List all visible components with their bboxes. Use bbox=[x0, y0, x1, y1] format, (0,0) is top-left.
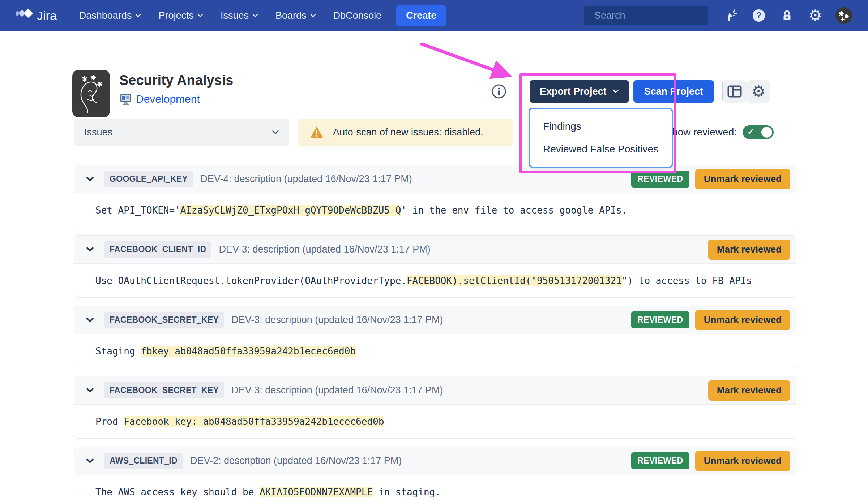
finding-snippet: Prod Facebook key: ab048ad50ffa33959a242… bbox=[74, 405, 796, 438]
nav-label: Dashboards bbox=[79, 10, 132, 21]
finding-title: DEV-3: description (updated 16/Nov/23 1:… bbox=[219, 244, 430, 255]
gear-icon: ⚙ bbox=[751, 83, 765, 99]
board-layout-icon bbox=[727, 85, 742, 98]
nav-label: Projects bbox=[158, 10, 194, 21]
nav-label: Issues bbox=[221, 10, 249, 21]
megaphone-icon[interactable] bbox=[723, 8, 739, 23]
nav-dashboards[interactable]: Dashboards bbox=[79, 10, 141, 21]
snippet-text: ") to access to FB APIs bbox=[622, 275, 752, 286]
global-search[interactable] bbox=[584, 6, 708, 25]
finding-card-header: GOOGLE_API_KEY DEV-4: description (updat… bbox=[74, 165, 796, 193]
chevron-down-icon[interactable] bbox=[86, 177, 94, 182]
snippet-text: in staging. bbox=[373, 487, 441, 497]
finding-title: DEV-3: description (updated 16/Nov/23 1:… bbox=[231, 314, 443, 326]
chevron-down-icon bbox=[272, 130, 279, 135]
chevron-down-icon[interactable] bbox=[86, 247, 94, 252]
findings-list: GOOGLE_API_KEY DEV-4: description (updat… bbox=[74, 165, 796, 500]
export-dropdown-menu: Findings Reviewed False Positives bbox=[529, 108, 673, 168]
finding-snippet: Set API_TOKEN='AIzaSyCLWjZ0_ETxgPOxH-gQY… bbox=[74, 193, 796, 227]
show-reviewed-label: Show reviewed: bbox=[665, 126, 737, 138]
jira-logo-icon bbox=[16, 7, 33, 24]
finding-type-pill: AWS_CLIENT_ID bbox=[104, 453, 183, 469]
settings-button[interactable]: ⚙ bbox=[747, 80, 770, 103]
finding-type-pill: FACEBOOK_SECRET_KEY bbox=[104, 382, 224, 398]
finding-snippet: Staging fbkey ab048ad50ffa33959a242b1ece… bbox=[74, 334, 796, 368]
review-toggle-button[interactable]: Mark reviewed bbox=[708, 240, 790, 260]
nav-issues[interactable]: Issues bbox=[221, 10, 258, 21]
user-avatar[interactable] bbox=[835, 7, 852, 24]
chevron-down-icon bbox=[252, 14, 258, 18]
snippet-text: Set API_TOKEN=' bbox=[95, 205, 180, 216]
finding-card: FACEBOOK_CLIENT_ID DEV-3: description (u… bbox=[74, 235, 796, 298]
nav-boards[interactable]: Boards bbox=[275, 10, 316, 21]
issues-select[interactable]: Issues bbox=[74, 119, 289, 146]
jira-security-analysis-page: { "navbar": { "logo": "Jira", "items": [… bbox=[0, 0, 868, 500]
project-avatar bbox=[72, 70, 110, 117]
chevron-down-icon[interactable] bbox=[86, 388, 94, 393]
chevron-down-icon[interactable] bbox=[86, 458, 94, 464]
finding-card-header: FACEBOOK_SECRET_KEY DEV-3: description (… bbox=[74, 306, 796, 334]
highlighted-secret: AKIAIO5FODNN7EXAMPLE bbox=[260, 487, 373, 497]
nav-projects[interactable]: Projects bbox=[158, 10, 203, 21]
finding-card-header: FACEBOOK_SECRET_KEY DEV-3: description (… bbox=[74, 376, 796, 405]
page-actions: Export Project Scan Project ⚙ bbox=[491, 80, 770, 103]
finding-card: AWS_CLIENT_ID DEV-2: description (update… bbox=[74, 447, 796, 500]
review-toggle-button[interactable]: Unmark reviewed bbox=[695, 310, 790, 330]
toggle-knob bbox=[761, 127, 772, 138]
autoscan-warning-banner: Auto-scan of new issues: disabled. bbox=[298, 119, 513, 146]
nav-label: DbConsole bbox=[333, 10, 382, 21]
chevron-down-icon bbox=[310, 14, 316, 18]
warning-text: Auto-scan of new issues: disabled. bbox=[333, 127, 483, 138]
search-input[interactable] bbox=[594, 10, 722, 21]
finding-type-pill: GOOGLE_API_KEY bbox=[104, 171, 193, 187]
finding-title: DEV-3: description (updated 16/Nov/23 1:… bbox=[231, 385, 443, 396]
check-icon: ✓ bbox=[747, 126, 754, 137]
svg-text:?: ? bbox=[756, 11, 761, 20]
project-link[interactable]: Development bbox=[136, 93, 200, 105]
highlighted-secret: fbkey ab048ad50ffa33959a242b1ecec6ed0b bbox=[141, 346, 356, 357]
snippet-text: Staging bbox=[95, 346, 141, 357]
chevron-down-icon[interactable] bbox=[86, 318, 94, 323]
chevron-down-icon bbox=[197, 14, 203, 18]
review-toggle-button[interactable]: Unmark reviewed bbox=[695, 451, 790, 471]
info-icon[interactable] bbox=[491, 83, 507, 99]
menu-item-findings[interactable]: Findings bbox=[543, 121, 672, 132]
chevron-down-icon bbox=[612, 89, 619, 94]
review-toggle-button[interactable]: Mark reviewed bbox=[708, 380, 790, 401]
finding-card: FACEBOOK_SECRET_KEY DEV-3: description (… bbox=[74, 306, 796, 368]
scan-project-button[interactable]: Scan Project bbox=[633, 80, 714, 103]
finding-type-pill: FACEBOOK_SECRET_KEY bbox=[104, 312, 224, 328]
annotation-arrow bbox=[412, 34, 528, 85]
create-button[interactable]: Create bbox=[396, 5, 446, 26]
board-layout-button[interactable] bbox=[723, 80, 747, 103]
gear-icon[interactable]: ⚙ bbox=[807, 8, 823, 23]
nav-dbconsole[interactable]: DbConsole bbox=[333, 10, 382, 21]
snippet-text: Use OAuthClientRequest.tokenProvider(OAu… bbox=[95, 275, 407, 286]
highlighted-secret: AIzaSyCLWjZ0_ETxgPOxH-gQYT9ODeWcBBZU5-Q bbox=[180, 205, 401, 216]
review-toggle-button[interactable]: Unmark reviewed bbox=[695, 169, 790, 189]
warning-icon bbox=[310, 126, 324, 139]
finding-title: DEV-2: description (updated 16/Nov/23 1:… bbox=[190, 455, 402, 466]
technologist-emoji-icon bbox=[119, 92, 132, 105]
navbar-icons: ? ⚙ bbox=[723, 7, 852, 24]
finding-card-header: AWS_CLIENT_ID DEV-2: description (update… bbox=[74, 447, 796, 475]
export-project-button[interactable]: Export Project bbox=[530, 80, 629, 103]
lock-icon[interactable] bbox=[779, 8, 795, 23]
reviewed-badge: REVIEWED bbox=[631, 452, 689, 469]
export-project-label: Export Project bbox=[540, 86, 607, 97]
project-header: Security Analysis Development bbox=[72, 70, 233, 117]
nav-label: Boards bbox=[275, 10, 307, 21]
issues-select-label: Issues bbox=[84, 127, 112, 138]
finding-snippet: The AWS access key should be AKIAIO5FODN… bbox=[74, 475, 796, 500]
show-reviewed-toggle[interactable]: ✓ bbox=[743, 125, 774, 139]
help-icon[interactable]: ? bbox=[751, 8, 767, 23]
main-menu: Dashboards Projects Issues Boards DbCons… bbox=[79, 10, 381, 21]
page-title: Security Analysis bbox=[119, 73, 233, 88]
finding-card: FACEBOOK_SECRET_KEY DEV-3: description (… bbox=[74, 376, 796, 439]
menu-item-reviewed-false-positives[interactable]: Reviewed False Positives bbox=[543, 143, 672, 155]
snippet-text: The AWS access key should be bbox=[95, 487, 260, 497]
jira-logo[interactable]: Jira bbox=[16, 7, 57, 24]
top-navbar: Jira Dashboards Projects Issues Boards D… bbox=[0, 0, 868, 31]
finding-card-header: FACEBOOK_CLIENT_ID DEV-3: description (u… bbox=[74, 236, 796, 264]
reviewed-badge: REVIEWED bbox=[631, 311, 689, 328]
